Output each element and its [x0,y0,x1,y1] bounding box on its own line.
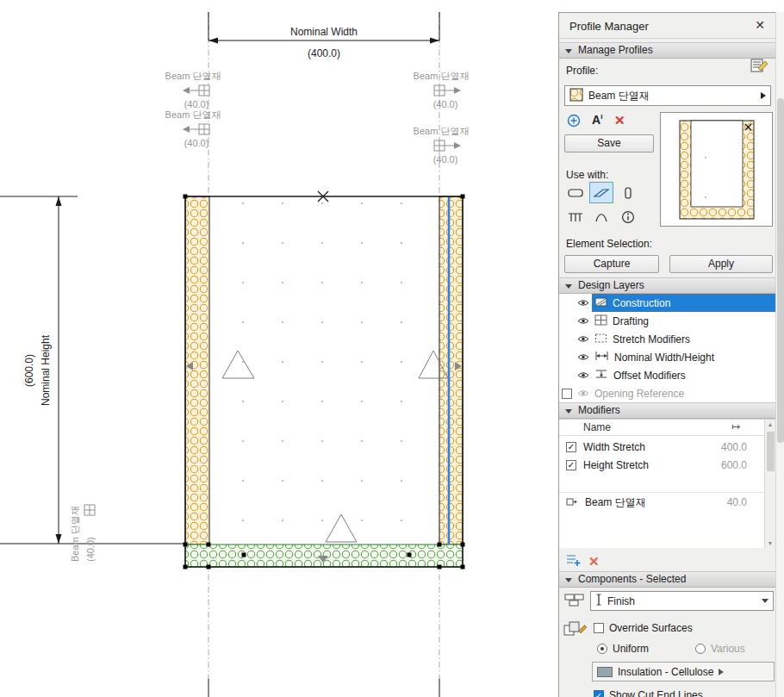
nominal-width-dimension [208,38,439,44]
show-cut-end-lines-label: Show Cut End Lines [609,689,703,697]
surface-dropdown-value: Insulation - Cellulose [618,666,713,678]
rename-profile-icon[interactable]: AI [592,113,602,127]
svg-text:(40.0): (40.0) [184,138,209,148]
svg-text:Beam 단열재: Beam 단열재 [414,71,470,81]
visibility-eye-icon[interactable] [574,371,592,379]
override-surfaces-option[interactable]: Override Surfaces [594,622,693,634]
show-cut-end-lines-option[interactable]: ✓ Show Cut End Lines [594,689,703,697]
component-bricks-icon[interactable] [564,592,585,612]
profile-dropdown-value: Beam 단열재 [588,89,756,103]
visibility-eye-icon[interactable] [574,299,592,307]
modifier-checkbox[interactable]: ✓ [566,442,576,452]
chevron-down-icon [565,578,572,582]
manage-profiles-menu-icon[interactable] [750,58,769,78]
modifier-row-width-stretch[interactable]: ✓ Width Stretch 400.0 [559,439,764,456]
modifiers-separator [559,492,764,493]
svg-text:(40.0): (40.0) [433,154,458,165]
modifier-checkbox[interactable]: ✓ [566,460,576,470]
add-modifier-icon[interactable] [566,553,582,569]
surface-dropdown[interactable]: Insulation - Cellulose [592,662,775,681]
use-with-column-icon[interactable] [616,182,640,203]
section-manage-profiles[interactable]: Manage Profiles [559,42,775,59]
visibility-eye-icon[interactable] [574,353,592,361]
override-surfaces-label: Override Surfaces [609,622,693,634]
use-with-beam-icon[interactable] [589,182,613,203]
modifier-row-beam-insulation[interactable]: Beam 단열재 40.0 [559,494,764,511]
layer-row-offset-modifiers[interactable]: Offset Modifiers [559,366,775,384]
layer-row-opening-reference[interactable]: Opening Reference [559,384,775,402]
visibility-eye-icon[interactable] [574,389,592,397]
delete-profile-icon[interactable]: ✕ [614,114,625,127]
layer-row-stretch-modifiers[interactable]: Stretch Modifiers [559,330,775,348]
close-icon[interactable]: ✕ [755,18,765,32]
name-column-header[interactable]: Name [583,421,611,433]
element-selection-label: Element Selection: [566,238,652,250]
new-profile-icon[interactable] [566,113,582,131]
design-layers-list: Construction Drafting [559,294,775,402]
various-option[interactable]: Various [695,643,745,655]
profile-dropdown[interactable]: Beam 단열재 [564,85,771,106]
layer-checkbox[interactable] [562,389,572,399]
profile-section[interactable] [185,196,463,567]
section-components[interactable]: Components - Selected [559,571,775,588]
scrollbar-thumb[interactable] [767,432,775,471]
section-modifiers[interactable]: Modifiers [559,402,775,419]
modifier-value[interactable]: 600.0 [721,459,747,471]
insulation-right-fill[interactable] [439,196,463,545]
beam-offset-annotation-right-2: Beam 단열재 (40.0) [414,126,470,165]
scroll-up-icon[interactable]: ▲ [765,421,775,427]
visibility-eye-icon[interactable] [574,335,592,343]
use-with-railing-icon[interactable] [563,206,588,227]
uniform-radio[interactable] [597,644,607,654]
panel-titlebar[interactable]: Profile Manager ✕ [559,13,775,39]
chevron-down-icon [762,599,768,603]
use-with-morph-icon[interactable] [589,206,613,227]
save-button[interactable]: Save [564,134,654,152]
show-cut-end-lines-checkbox[interactable]: ✓ [594,690,604,697]
use-with-label: Use with: [566,169,608,181]
layer-label: Opening Reference [594,388,684,400]
info-icon[interactable] [616,206,640,227]
modifier-value[interactable]: 40.0 [727,496,747,508]
svg-text:Beam 단열재: Beam 단열재 [165,71,221,81]
modifiers-scrollbar[interactable]: ▲ ▼ [764,420,775,548]
scroll-down-icon[interactable]: ▼ [765,540,775,546]
layer-row-drafting[interactable]: Drafting [559,312,775,330]
uniform-option[interactable]: Uniform [597,643,649,655]
profile-thumb-icon [569,88,583,104]
layer-row-construction[interactable]: Construction [559,294,775,312]
modifier-name: Height Stretch [583,459,649,471]
modifier-row-height-stretch[interactable]: ✓ Height Stretch 600.0 [559,457,764,474]
surface-swatch [597,667,613,677]
apply-button[interactable]: Apply [669,255,773,273]
capture-button[interactable]: Capture [564,255,659,273]
remove-modifier-icon[interactable]: ✕ [588,555,600,568]
component-dropdown[interactable]: Finish [590,591,774,611]
drawing-canvas[interactable]: Nominal Width (400.0) Nominal Height (60… [0,0,558,697]
panel-scrollbar[interactable] [775,12,784,697]
scrollbar-thumb[interactable] [777,98,784,443]
override-surfaces-checkbox[interactable] [594,623,604,633]
finish-pen-icon [595,594,602,608]
override-surfaces-icon [563,620,588,640]
svg-text:(40.0): (40.0) [85,537,96,562]
modifiers-table: Name ↦ ✓ Width Stretch 400.0 ✓ Height St… [559,419,775,548]
nominal-height-dimension [56,196,62,544]
modifier-value[interactable]: 400.0 [721,441,747,453]
modifiers-table-header[interactable]: Name ↦ [559,420,764,436]
modifier-name: Width Stretch [583,441,645,453]
section-design-layers[interactable]: Design Layers [559,277,775,294]
svg-text:Beam 단열재: Beam 단열재 [165,109,221,120]
layer-row-nominal-width-height[interactable]: Nominal Width/Height [559,348,775,366]
component-dropdown-value: Finish [607,595,756,607]
insulation-left-fill[interactable] [185,196,209,545]
svg-text:(40.0): (40.0) [184,99,209,109]
visibility-eye-icon[interactable] [574,317,592,325]
use-with-wall-icon[interactable] [563,182,588,203]
various-radio[interactable] [695,644,706,654]
section-label: Modifiers [578,404,620,416]
profile-interior[interactable] [209,196,439,545]
nominal-width-label: Nominal Width [290,26,358,38]
layer-label: Stretch Modifiers [613,333,690,345]
profile-editor-drawing[interactable]: Nominal Width (400.0) Nominal Height (60… [0,0,558,697]
